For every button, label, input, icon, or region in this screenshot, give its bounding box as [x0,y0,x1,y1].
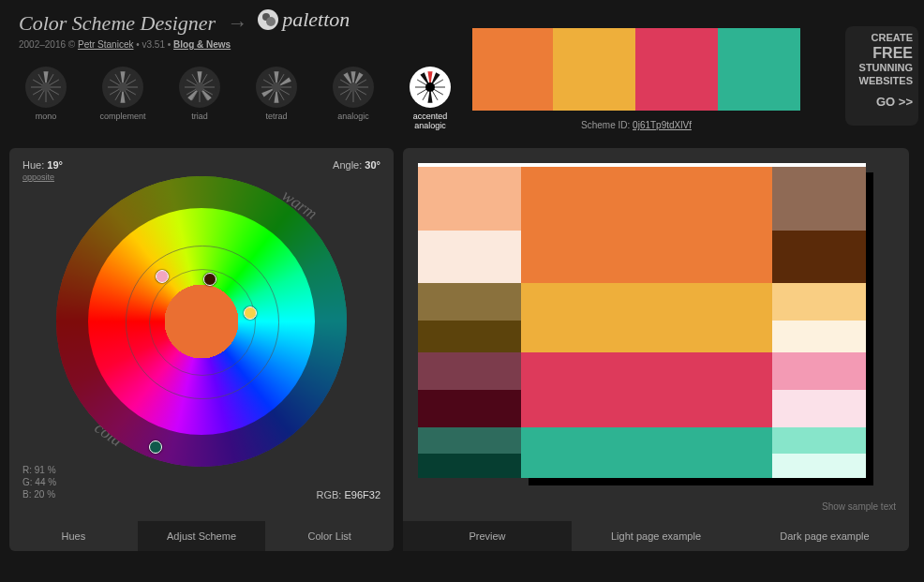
preview-swatch [772,352,866,390]
tab-adjust[interactable]: Adjust Scheme [138,521,266,551]
tab-preview[interactable]: Preview [403,521,572,551]
swatch-tertiary[interactable] [635,28,718,111]
preview-swatch [772,231,866,283]
svg-point-13 [41,82,51,92]
title-text: Color Scheme Designer [19,11,216,35]
svg-point-41 [195,82,204,92]
preview-swatch [418,167,521,231]
preview-swatch [521,283,772,352]
preview-swatch [521,167,772,283]
preview-swatch [418,231,521,283]
swatch-primary[interactable] [472,28,553,111]
tab-dark[interactable]: Dark page example [740,521,909,551]
angle-readout: Angle: 30° [333,159,380,171]
right-tabs: PreviewLight page exampleDark page examp… [403,521,909,551]
preview-panel: Show sample text PreviewLight page examp… [403,148,909,551]
scheme-option-analogic[interactable]: analogic [326,67,380,130]
logo-icon [258,9,278,30]
scheme-option-complement[interactable]: complement [96,67,150,130]
preview-swatch [418,390,521,427]
scheme-option-accented[interactable]: accented analogic [403,67,457,130]
scheme-option-triad[interactable]: triad [172,67,227,130]
preview-swatch [418,283,521,321]
dot-primary[interactable] [203,273,216,286]
left-tabs: HuesAdjust SchemeColor List [9,521,394,551]
scheme-type-selector: monocomplementtriadtetradanalogicaccente… [19,67,469,130]
arrow-icon: → [227,11,247,35]
scheme-id-link[interactable]: 0j61Tp9tdXlVf [633,120,692,130]
promo-banner[interactable]: CREATE FREE STUNNING WEBSITES GO >> [845,26,918,126]
preview-swatch [418,427,521,454]
meta-line: 2002–2016 © Petr Stanicek • v3.51 • Blog… [19,39,469,50]
rgb-hex: RGB: E96F32 [317,489,381,500]
preview-swatch [521,427,772,478]
scheme-id-row: Scheme ID: 0j61Tp9tdXlVf [472,120,800,130]
preview-swatch [772,283,866,321]
primary-swatch-bar [472,28,800,111]
preview-swatch [866,172,873,485]
tab-hues[interactable]: Hues [9,521,138,551]
preview-swatch [418,352,521,390]
svg-point-83 [425,82,435,92]
tab-light[interactable]: Light page example [572,521,740,551]
rgb-percentages: R: 91 % G: 44 % B: 20 % [22,464,56,500]
preview-swatch [772,454,866,478]
dot-complement[interactable] [149,440,162,454]
preview-swatch [529,478,873,485]
triad-icon [179,67,220,108]
preview-swatch [772,427,866,454]
blog-link[interactable]: Blog & News [173,39,231,50]
preview-swatch [418,454,521,478]
preview-swatch [772,321,866,352]
preview-swatch [772,390,866,427]
preview-swatch [521,352,772,427]
scheme-option-mono[interactable]: mono [19,67,73,130]
color-preview-grid [418,163,894,512]
tab-colorlist[interactable]: Color List [265,521,394,551]
app-title: Color Scheme Designer → paletton [19,7,469,36]
scheme-option-tetrad[interactable]: tetrad [249,67,304,130]
complement-icon [102,67,143,108]
svg-point-69 [349,82,358,92]
mono-icon [25,67,67,108]
dot-tertiary[interactable] [156,270,169,283]
logo-text: paletton [282,7,350,32]
tetrad-icon [256,67,297,108]
svg-point-55 [272,82,281,92]
show-sample-text-link[interactable]: Show sample text [822,501,896,512]
analogic-icon [333,67,374,108]
svg-point-27 [118,82,127,92]
paletton-logo[interactable]: paletton [258,7,350,32]
preview-swatch [772,167,866,231]
color-wheel-panel: Hue: 19° opposite Angle: 30° warm cold R… [9,148,394,551]
dot-secondary[interactable] [244,306,257,320]
accented-icon [410,67,451,108]
swatch-complement[interactable] [718,28,800,111]
author-link[interactable]: Petr Stanicek [78,39,133,50]
color-wheel[interactable]: warm cold [56,176,347,467]
preview-swatch [418,321,521,352]
swatch-secondary[interactable] [553,28,635,111]
